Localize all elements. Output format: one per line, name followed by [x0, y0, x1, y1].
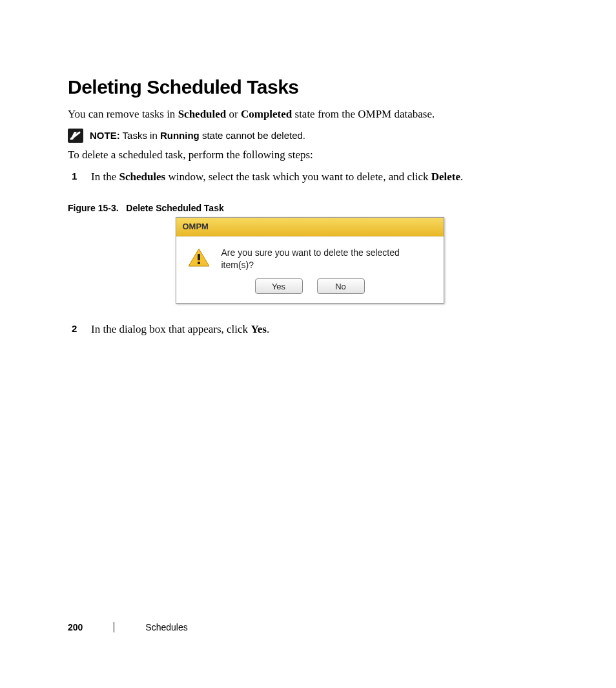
figure-number: Figure 15-3. — [68, 203, 119, 213]
text: In the dialog box that appears, click — [91, 323, 251, 335]
ui-schedules: Schedules — [119, 171, 165, 183]
page-title: Deleting Scheduled Tasks — [68, 0, 551, 107]
text: window, select the task which you want t… — [165, 171, 431, 183]
dialog-title: OMPM — [183, 222, 209, 231]
ui-delete: Delete — [431, 171, 460, 183]
intro-paragraph: You can remove tasks in Scheduled or Com… — [68, 107, 551, 122]
text: . — [267, 323, 269, 335]
note-text: NOTE: Tasks in Running state cannot be d… — [90, 130, 305, 141]
text: . — [460, 171, 463, 183]
svg-rect-1 — [198, 254, 200, 260]
note-icon — [68, 129, 83, 143]
text: or — [226, 108, 241, 120]
no-button[interactable]: No — [317, 278, 365, 294]
text: In the — [91, 171, 119, 183]
dialog-message: Are you sure you want to delete the sele… — [221, 247, 435, 271]
document-page: Deleting Scheduled Tasks You can remove … — [0, 0, 616, 688]
state-scheduled: Scheduled — [178, 108, 227, 120]
step-2: 2 In the dialog box that appears, click … — [68, 322, 551, 337]
step-1: 1 In the Schedules window, select the ta… — [68, 169, 551, 185]
step-number: 1 — [72, 169, 77, 183]
step-list-cont: 2 In the dialog box that appears, click … — [68, 322, 551, 337]
page-number: 200 — [68, 622, 83, 632]
dialog-titlebar: OMPM — [176, 218, 444, 236]
footer-separator — [114, 622, 114, 632]
dialog-button-row: Yes No — [176, 275, 444, 303]
state-completed: Completed — [241, 108, 292, 120]
warning-icon — [188, 248, 210, 267]
dialog-body: Are you sure you want to delete the sele… — [176, 236, 444, 275]
page-footer: 200 Schedules — [68, 622, 188, 632]
figure-title: Delete Scheduled Task — [126, 203, 223, 213]
note-label: NOTE: — [90, 130, 120, 141]
figure-image: OMPM Are you sure you want to delete the… — [68, 217, 551, 304]
note-block: NOTE: Tasks in Running state cannot be d… — [68, 129, 551, 143]
step-list: 1 In the Schedules window, select the ta… — [68, 169, 551, 185]
step-number: 2 — [72, 322, 77, 335]
text: Tasks in — [120, 130, 160, 141]
section-name: Schedules — [145, 622, 187, 632]
text: state cannot be deleted. — [200, 130, 305, 141]
confirm-dialog: OMPM Are you sure you want to delete the… — [176, 217, 444, 304]
svg-rect-2 — [198, 262, 200, 264]
yes-button[interactable]: Yes — [255, 278, 303, 294]
lead-paragraph: To delete a scheduled task, perform the … — [68, 148, 551, 163]
ui-yes: Yes — [251, 323, 267, 335]
text: state from the OMPM database. — [292, 108, 435, 120]
figure-caption: Figure 15-3. Delete Scheduled Task — [68, 203, 551, 213]
text: You can remove tasks in — [68, 108, 178, 120]
state-running: Running — [160, 130, 200, 141]
